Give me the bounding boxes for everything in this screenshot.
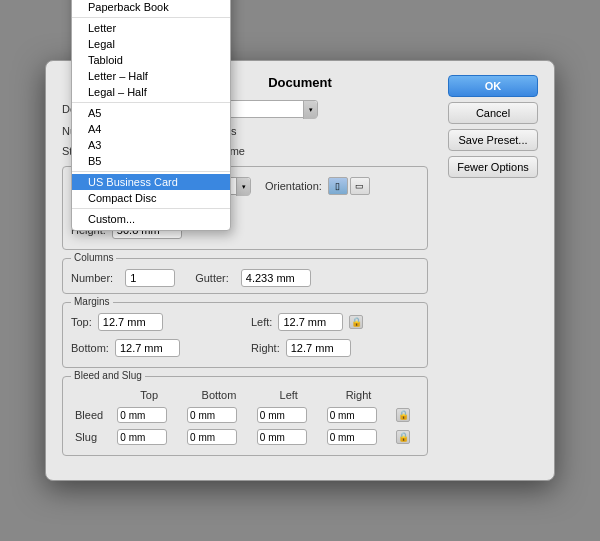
portrait-button[interactable]: ▯	[328, 177, 348, 195]
main-content: Document Custom ▾ Number of 1 Facing Pag…	[62, 100, 428, 456]
bleed-right-input[interactable]: 0 mm	[327, 407, 377, 423]
margins-lock-button[interactable]: 🔒	[349, 315, 363, 329]
margin-top-row: Top: 12.7 mm	[71, 313, 239, 331]
landscape-button[interactable]: ▭	[350, 177, 370, 195]
slug-top-input[interactable]: 0 mm	[117, 429, 167, 445]
margin-left-label: Left:	[251, 316, 272, 328]
col-header-right: Right	[325, 389, 393, 403]
col-number-input[interactable]: 1	[125, 269, 175, 287]
dropdown-item-a4[interactable]: A4	[72, 121, 230, 137]
fewer-options-button[interactable]: Fewer Options	[448, 156, 538, 178]
dropdown-item-compact-disc[interactable]: Compact Disc	[72, 190, 230, 206]
col-header-left: Left	[255, 389, 323, 403]
dropdown-divider-4	[72, 208, 230, 209]
margin-right-input[interactable]: 12.7 mm	[286, 339, 351, 357]
bleed-bottom-input[interactable]: 0 mm	[187, 407, 237, 423]
dropdown-divider-2	[72, 102, 230, 103]
page-size-dropdown: Menu Paperback Book Letter Legal Tabloid…	[71, 0, 231, 231]
col-number-label: Number:	[71, 272, 113, 284]
slug-lock-button[interactable]: 🔒	[396, 430, 410, 444]
orientation-label: Orientation:	[265, 180, 322, 192]
col-gutter-input[interactable]: 4.233 mm	[241, 269, 311, 287]
dropdown-item-a3[interactable]: A3	[72, 137, 230, 153]
slug-bottom-input[interactable]: 0 mm	[187, 429, 237, 445]
bleed-row: Bleed 0 mm 0 mm 0 mm 0 mm 🔒	[73, 405, 417, 425]
ok-button[interactable]: OK	[448, 75, 538, 97]
bleed-left-input[interactable]: 0 mm	[257, 407, 307, 423]
dropdown-item-letter-half[interactable]: Letter – Half	[72, 68, 230, 84]
dropdown-item-legal-half[interactable]: Legal – Half	[72, 84, 230, 100]
slug-row: Slug 0 mm 0 mm 0 mm 0 mm 🔒	[73, 427, 417, 447]
margin-right-label: Right:	[251, 342, 280, 354]
margin-right-row: Right: 12.7 mm	[251, 339, 419, 357]
columns-row: Number: 1 Gutter: 4.233 mm	[71, 269, 419, 287]
document-preset-arrow: ▾	[303, 101, 317, 119]
slug-left-input[interactable]: 0 mm	[257, 429, 307, 445]
col-gutter-label: Gutter:	[195, 272, 229, 284]
dropdown-divider-1	[72, 17, 230, 18]
slug-row-label: Slug	[73, 427, 113, 447]
col-header-top: Top	[115, 389, 183, 403]
right-buttons: OK Cancel Save Preset... Fewer Options	[448, 75, 538, 183]
dropdown-item-b5[interactable]: B5	[72, 153, 230, 169]
bleed-row-label: Bleed	[73, 405, 113, 425]
dropdown-item-letter[interactable]: Letter	[72, 20, 230, 36]
margin-top-label: Top:	[71, 316, 92, 328]
bleed-slug-label: Bleed and Slug	[71, 370, 145, 381]
page-size-arrow: ▾	[236, 178, 250, 196]
dropdown-divider-3	[72, 171, 230, 172]
margin-bottom-row: Bottom: 12.7 mm	[71, 339, 239, 357]
orientation-buttons: ▯ ▭	[328, 177, 370, 195]
dropdown-item-custom[interactable]: Custom...	[72, 211, 230, 227]
save-preset-button[interactable]: Save Preset...	[448, 129, 538, 151]
dropdown-item-paperback[interactable]: Paperback Book	[72, 0, 230, 15]
margins-section: Margins Top: 12.7 mm Left: 12.7 mm 🔒 Bot…	[62, 302, 428, 368]
columns-section: Columns Number: 1 Gutter: 4.233 mm	[62, 258, 428, 294]
columns-label: Columns	[71, 252, 116, 263]
new-document-dialog: Document OK Cancel Save Preset... Fewer …	[45, 60, 555, 481]
bleed-slug-section: Bleed and Slug Top Bottom Left Right Ble…	[62, 376, 428, 456]
margins-label: Margins	[71, 296, 113, 307]
page-size-select-container: US Business Card ▾ Menu Paperback Book L…	[71, 177, 251, 195]
slug-right-input[interactable]: 0 mm	[327, 429, 377, 445]
margin-left-input[interactable]: 12.7 mm	[278, 313, 343, 331]
bleed-top-input[interactable]: 0 mm	[117, 407, 167, 423]
dropdown-item-a5[interactable]: A5	[72, 105, 230, 121]
bleed-slug-table: Top Bottom Left Right Bleed 0 mm 0 mm 0 …	[71, 387, 419, 449]
bleed-lock-button[interactable]: 🔒	[396, 408, 410, 422]
margin-left-row: Left: 12.7 mm 🔒	[251, 313, 419, 331]
page-size-row: US Business Card ▾ Menu Paperback Book L…	[71, 177, 419, 195]
dropdown-item-legal[interactable]: Legal	[72, 36, 230, 52]
page-size-section: Page Size US Business Card ▾ Menu Paperb…	[62, 166, 428, 250]
margins-grid: Top: 12.7 mm Left: 12.7 mm 🔒 Bottom: 12.…	[71, 313, 419, 361]
col-header-bottom: Bottom	[185, 389, 253, 403]
dropdown-item-tabloid[interactable]: Tabloid	[72, 52, 230, 68]
cancel-button[interactable]: Cancel	[448, 102, 538, 124]
margin-bottom-input[interactable]: 12.7 mm	[115, 339, 180, 357]
margin-bottom-label: Bottom:	[71, 342, 109, 354]
margin-top-input[interactable]: 12.7 mm	[98, 313, 163, 331]
dropdown-item-us-business-card[interactable]: US Business Card	[72, 174, 230, 190]
